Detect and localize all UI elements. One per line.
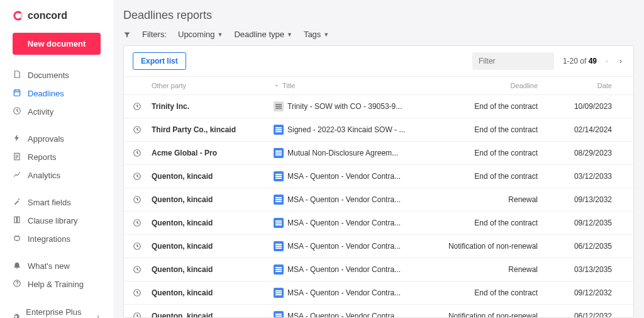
document-icon xyxy=(274,101,284,111)
cell-title: Signed - 2022-03 Kincaid SOW - ... xyxy=(287,125,405,134)
sidebar-item-analytics[interactable]: Analytics xyxy=(0,166,113,185)
cell-deadline: Renewal xyxy=(425,265,550,274)
cell-other-party: Quenton, kincaid xyxy=(152,265,274,274)
cell-date: 09/12/2035 xyxy=(550,219,625,227)
document-icon xyxy=(274,218,284,228)
sidebar-item-label: Approvals xyxy=(28,134,64,144)
table-row[interactable]: Trinity Inc. Trinity - SOW with CO - 390… xyxy=(124,95,633,118)
col-date[interactable]: Date xyxy=(550,82,625,89)
org-name: Enterprise Plus Co. xyxy=(26,307,83,318)
filter-deadline-type[interactable]: Deadline type▼ xyxy=(234,30,292,39)
help-icon xyxy=(13,279,21,290)
cell-other-party: Quenton, kincaid xyxy=(152,219,274,227)
document-icon xyxy=(274,241,284,251)
col-deadline[interactable]: Deadline xyxy=(425,82,550,89)
cell-other-party: Quenton, kincaid xyxy=(152,172,274,181)
sidebar-item-label: What's new xyxy=(28,261,70,271)
sidebar-item-clause-library[interactable]: Clause library xyxy=(0,212,113,230)
cell-deadline: Notification of non-renewal xyxy=(425,312,550,317)
sidebar-item-documents[interactable]: Documents xyxy=(0,66,113,84)
document-icon xyxy=(274,288,284,298)
clock-icon xyxy=(133,219,152,227)
filter-upcoming[interactable]: Upcoming▼ xyxy=(178,30,223,39)
table-row[interactable]: Acme Global - Pro Mutual Non-Disclosure … xyxy=(124,142,633,165)
plug-icon xyxy=(13,234,21,244)
col-title[interactable]: Title xyxy=(274,82,425,89)
sidebar-item-label: Documents xyxy=(28,71,69,80)
document-icon xyxy=(274,195,284,205)
sidebar-item-approvals[interactable]: Approvals xyxy=(0,130,113,148)
cell-deadline: End of the contract xyxy=(425,288,550,297)
cell-title: MSA - Quenton - Vendor Contra... xyxy=(287,312,401,317)
clock-icon xyxy=(133,195,152,204)
table-row[interactable]: Quenton, kincaid MSA - Quenton - Vendor … xyxy=(124,212,633,235)
cell-other-party: Trinity Inc. xyxy=(152,102,274,111)
cell-other-party: Third Party Co., kincaid xyxy=(152,125,274,134)
document-icon xyxy=(274,311,284,317)
filter-tags[interactable]: Tags▼ xyxy=(304,30,329,39)
sidebar-item-help-training[interactable]: Help & Training xyxy=(0,275,113,293)
org-switcher[interactable]: Enterprise Plus Co. xyxy=(0,302,113,318)
sidebar-item-label: Analytics xyxy=(28,171,60,180)
table-row[interactable]: Quenton, kincaid MSA - Quenton - Vendor … xyxy=(124,165,633,188)
table-row[interactable]: Quenton, kincaid MSA - Quenton - Vendor … xyxy=(124,235,633,258)
document-icon xyxy=(274,171,284,181)
cell-other-party: Quenton, kincaid xyxy=(152,312,274,317)
clock-icon xyxy=(133,242,152,251)
cell-title: Mutual Non-Disclosure Agreem... xyxy=(287,149,398,157)
sidebar-item-label: Clause library xyxy=(28,216,77,225)
col-other-party[interactable]: Other party xyxy=(152,82,274,89)
export-list-button[interactable]: Export list xyxy=(133,52,186,70)
book-icon xyxy=(13,215,21,226)
bell-icon xyxy=(13,261,21,271)
chart-icon xyxy=(13,170,21,181)
calendar-icon xyxy=(13,88,21,99)
cell-deadline: End of the contract xyxy=(425,102,550,111)
sidebar-item-label: Integrations xyxy=(28,234,70,244)
document-icon xyxy=(274,148,284,158)
cell-title: MSA - Quenton - Vendor Contra... xyxy=(287,288,401,297)
cell-date: 09/13/2032 xyxy=(550,195,625,204)
cell-other-party: Quenton, kincaid xyxy=(152,288,274,297)
sidebar-item-label: Help & Training xyxy=(28,280,84,289)
clock-icon xyxy=(133,172,152,181)
clock-icon xyxy=(133,288,152,297)
cell-date: 06/12/2032 xyxy=(550,312,625,317)
brand-name: concord xyxy=(28,10,67,21)
sidebar-item-deadlines[interactable]: Deadlines xyxy=(0,84,113,103)
gear-icon xyxy=(13,312,19,318)
pager-next[interactable]: › xyxy=(617,55,625,67)
new-document-button[interactable]: New document xyxy=(13,33,101,55)
sidebar-item-what-s-new[interactable]: What's new xyxy=(0,257,113,275)
cell-other-party: Acme Global - Pro xyxy=(152,149,274,157)
cell-date: 03/13/2035 xyxy=(550,265,625,274)
wand-icon xyxy=(13,197,21,208)
report-icon xyxy=(13,152,21,162)
table-row[interactable]: Third Party Co., kincaid Signed - 2022-0… xyxy=(124,118,633,142)
cell-other-party: Quenton, kincaid xyxy=(152,242,274,251)
table-row[interactable]: Quenton, kincaid MSA - Quenton - Vendor … xyxy=(124,258,633,281)
table-row[interactable]: Quenton, kincaid MSA - Quenton - Vendor … xyxy=(124,281,633,305)
cell-deadline: End of the contract xyxy=(425,149,550,157)
cell-other-party: Quenton, kincaid xyxy=(152,195,274,204)
cell-title: MSA - Quenton - Vendor Contra... xyxy=(287,195,401,204)
sidebar-item-smart-fields[interactable]: Smart fields xyxy=(0,193,113,212)
cell-deadline: End of the contract xyxy=(425,125,550,134)
sidebar-item-reports[interactable]: Reports xyxy=(0,148,113,166)
cell-date: 09/12/2032 xyxy=(550,288,625,297)
pager-prev: ‹ xyxy=(603,55,611,67)
cell-title: MSA - Quenton - Vendor Contra... xyxy=(287,172,401,181)
logo: concord xyxy=(0,10,113,33)
table-row[interactable]: Quenton, kincaid MSA - Quenton - Vendor … xyxy=(124,188,633,212)
cell-date: 03/12/2033 xyxy=(550,172,625,181)
svg-point-5 xyxy=(16,285,17,285)
cell-date: 10/09/2023 xyxy=(550,102,625,111)
filter-icon xyxy=(123,31,131,38)
table-row[interactable]: Quenton, kincaid MSA - Quenton - Vendor … xyxy=(124,305,633,317)
svg-rect-3 xyxy=(14,237,19,241)
filters-label: Filters: xyxy=(142,30,167,39)
sidebar-item-integrations[interactable]: Integrations xyxy=(0,230,113,248)
filter-input[interactable] xyxy=(472,52,554,70)
document-icon xyxy=(274,125,284,135)
sidebar-item-activity[interactable]: Activity xyxy=(0,103,113,121)
